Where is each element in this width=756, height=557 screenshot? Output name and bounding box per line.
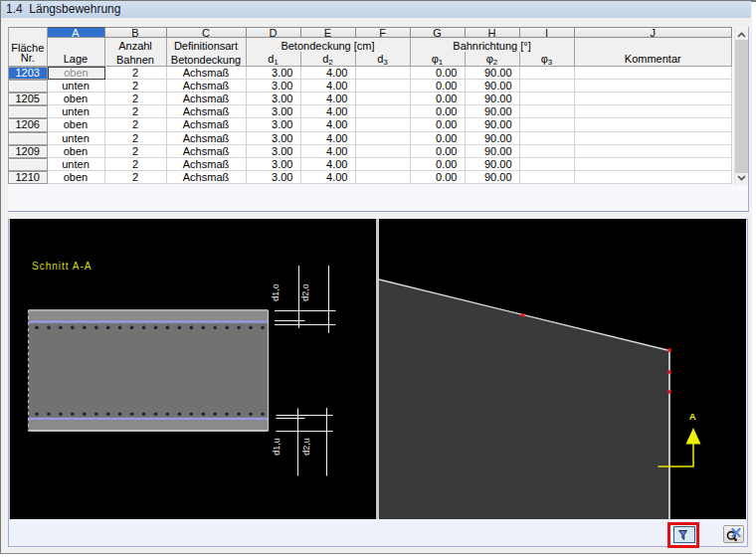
svg-text:d1,o: d1,o: [271, 283, 281, 301]
svg-text:d1,u: d1,u: [272, 438, 282, 456]
svg-text:d2,u: d2,u: [301, 438, 311, 456]
svg-text:d2,o: d2,o: [300, 283, 310, 301]
svg-text:Schnitt A-A: Schnitt A-A: [32, 261, 92, 272]
svg-text:A: A: [688, 411, 695, 422]
